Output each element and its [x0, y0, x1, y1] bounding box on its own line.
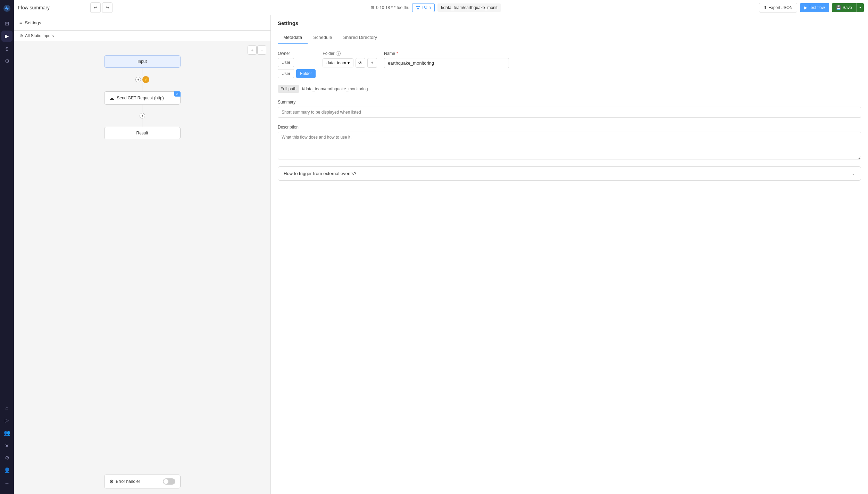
flow-nodes: Input ✦ ⚡ ☁ Send GET Request	[14, 41, 270, 215]
result-node[interactable]: Result	[104, 127, 181, 139]
zoom-in-button[interactable]: +	[248, 46, 257, 55]
folder-add-button[interactable]: +	[367, 58, 377, 68]
test-flow-group: ▶ Test flow	[800, 3, 829, 12]
settings-header-icon: ≡	[19, 20, 22, 25]
description-textarea[interactable]	[278, 132, 861, 159]
sidebar-item-arrow[interactable]: →	[1, 477, 12, 488]
path-button[interactable]: Path	[412, 3, 435, 12]
settings-tabs: Metadata Schedule Shared Directory	[271, 31, 868, 44]
svg-rect-2	[418, 6, 420, 7]
connector-line-4	[142, 118, 142, 127]
sidebar: ⊞ ▶ $ ⚙ ⌂ ▷ 👥 👁 ⚙ 👤 →	[0, 0, 14, 494]
add-node-circle-1[interactable]: ✦	[135, 77, 141, 82]
folder-label: Folder i	[323, 51, 377, 56]
content-area: ≡ Settings ⊕ All Static Inputs + − Input	[14, 15, 868, 494]
chevron-down-icon: ⌄	[852, 171, 855, 176]
trigger-label: How to trigger from external events?	[284, 171, 357, 176]
description-field: Description	[278, 125, 861, 159]
sidebar-item-users[interactable]: 👥	[1, 427, 12, 438]
export-json-button[interactable]: ⬆ Export JSON	[759, 3, 797, 13]
static-inputs-label: All Static Inputs	[25, 33, 54, 38]
test-icon: ▶	[804, 5, 807, 10]
sidebar-item-play[interactable]: ▷	[1, 415, 12, 426]
lightning-badge-1[interactable]: ⚡	[142, 76, 149, 83]
tab-metadata[interactable]: Metadata	[278, 31, 308, 44]
test-label: Test flow	[809, 5, 825, 10]
save-button[interactable]: 💾 Save	[832, 3, 856, 12]
sidebar-item-home[interactable]: ⌂	[1, 402, 12, 413]
path-value: f/data_team/earthquake_monit	[437, 3, 501, 12]
folder-value: data_team	[326, 60, 346, 65]
static-inputs-bar[interactable]: ⊕ All Static Inputs	[14, 31, 270, 41]
flow-editor-header: ≡ Settings	[14, 15, 270, 31]
connector-line-2	[142, 83, 142, 91]
settings-panel: Settings Metadata Schedule Shared Direct…	[271, 15, 868, 494]
input-node-label: Input	[109, 59, 175, 64]
flow-editor-title: Settings	[25, 20, 41, 25]
full-path-row: Full path f/data_team/earthquake_monitor…	[278, 85, 861, 93]
save-dropdown-button[interactable]: ▾	[856, 3, 864, 12]
sidebar-item-integrations[interactable]: ⚙	[1, 56, 12, 67]
error-handler-toggle[interactable]	[163, 478, 175, 485]
description-label: Description	[278, 125, 861, 130]
settings-panel-title: Settings	[271, 15, 868, 31]
sidebar-item-billing[interactable]: $	[1, 43, 12, 54]
cron-badge: 🗓 0 10 18 * * tue,thu	[370, 5, 409, 10]
sidebar-item-eye[interactable]: 👁	[1, 440, 12, 451]
flow-title-input[interactable]	[18, 5, 87, 10]
error-handler-label: Error handler	[116, 479, 140, 484]
folder-select[interactable]: data_team ▾	[323, 58, 353, 67]
folder-field: Folder i data_team ▾ 👁	[323, 51, 377, 78]
sidebar-item-flows[interactable]: ▶	[1, 31, 12, 42]
owner-folder-name-row: Owner User data_team User Folder	[278, 51, 861, 78]
flow-editor: ≡ Settings ⊕ All Static Inputs + − Input	[14, 15, 271, 494]
full-path-value: f/data_team/earthquake_monitoring	[302, 87, 368, 91]
owner-toggle-row: User Folder	[278, 69, 316, 78]
name-required: *	[397, 51, 398, 56]
chevron-down-icon: ▾	[348, 60, 350, 65]
user-button[interactable]: User	[278, 58, 294, 67]
redo-button[interactable]: ↪	[102, 2, 112, 13]
svg-rect-3	[417, 8, 419, 9]
main-container: ↩ ↪ 🗓 0 10 18 * * tue,thu Path f/data_te…	[14, 0, 868, 494]
save-label: Save	[843, 5, 852, 10]
trigger-section[interactable]: How to trigger from external events? ⌄	[278, 166, 861, 181]
input-node[interactable]: Input	[104, 55, 181, 68]
save-group: 💾 Save ▾	[832, 3, 864, 12]
summary-input[interactable]	[278, 107, 861, 118]
svg-rect-1	[416, 6, 418, 7]
sidebar-item-profile[interactable]: 👤	[1, 465, 12, 476]
tab-shared-directory[interactable]: Shared Directory	[337, 31, 383, 44]
logo	[1, 3, 12, 14]
test-flow-button[interactable]: ▶ Test flow	[800, 3, 829, 12]
tab-schedule[interactable]: Schedule	[308, 31, 337, 44]
http-node[interactable]: ☁ Send GET Request (http) a	[104, 91, 181, 105]
connector-http-result: ✦	[140, 105, 145, 127]
connector-line-1	[142, 68, 142, 76]
http-node-badge: a	[174, 91, 181, 97]
add-node-circle-2[interactable]: ✦	[140, 113, 145, 118]
save-icon: 💾	[836, 5, 841, 10]
export-icon: ⬆	[763, 5, 767, 10]
export-label: Export JSON	[768, 5, 793, 10]
owner-row: User data_team	[278, 58, 316, 67]
undo-button[interactable]: ↩	[90, 2, 101, 13]
owner-label: Owner	[278, 51, 316, 56]
name-field: Name *	[384, 51, 509, 78]
folder-controls-row: data_team ▾ 👁 +	[323, 58, 377, 68]
sidebar-item-grid[interactable]: ⊞	[1, 18, 12, 29]
eye-icon: 👁	[358, 60, 362, 65]
summary-label: Summary	[278, 100, 861, 105]
folder-eye-button[interactable]: 👁	[356, 58, 365, 68]
summary-field: Summary	[278, 100, 861, 118]
name-input[interactable]	[384, 58, 509, 68]
owner-user-toggle[interactable]: User	[278, 69, 294, 78]
owner-folder-toggle[interactable]: Folder	[296, 69, 316, 78]
error-handler-left: ⚙ Error handler	[109, 479, 140, 484]
full-path-badge: Full path	[278, 85, 299, 93]
http-node-label: Send GET Request (http)	[117, 96, 164, 100]
sidebar-item-settings[interactable]: ⚙	[1, 452, 12, 463]
settings-content: Owner User data_team User Folder	[271, 44, 868, 188]
zoom-out-button[interactable]: −	[257, 46, 266, 55]
name-label: Name *	[384, 51, 509, 56]
